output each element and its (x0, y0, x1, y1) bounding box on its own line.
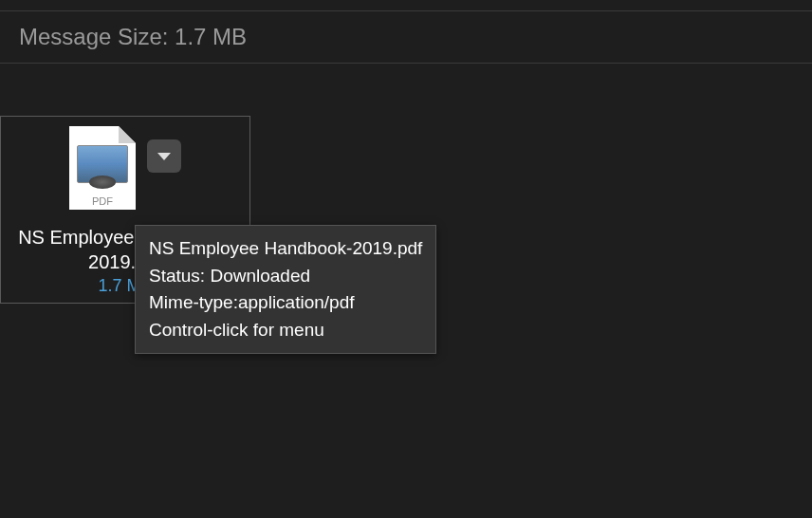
message-size-row: Message Size: 1.7 MB (0, 11, 812, 64)
message-size-label: Message Size: 1.7 MB (19, 24, 247, 49)
chevron-down-icon (157, 153, 171, 160)
tooltip-hint: Control-click for menu (149, 317, 422, 344)
pdf-file-icon: PDF (69, 126, 136, 210)
file-type-label: PDF (69, 195, 136, 207)
tooltip-status: Status: Downloaded (149, 263, 422, 290)
tooltip-mime: Mime-type:application/pdf (149, 289, 422, 317)
tooltip-filename: NS Employee Handbook-2019.pdf (149, 235, 422, 263)
attachment-menu-button[interactable] (147, 139, 181, 173)
attachment-tooltip: NS Employee Handbook-2019.pdf Status: Do… (135, 225, 436, 354)
